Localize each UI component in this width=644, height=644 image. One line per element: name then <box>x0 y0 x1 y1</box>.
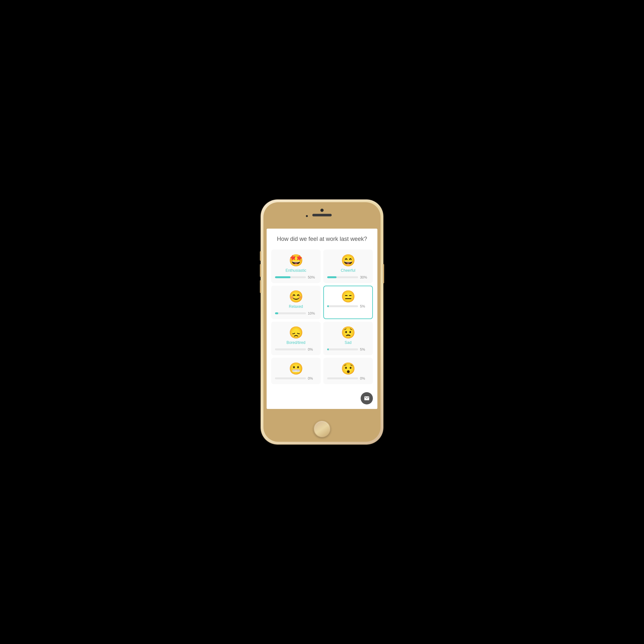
emotion-card-indifferent[interactable]: 😑5% <box>323 286 373 319</box>
volume-down-button <box>260 280 261 293</box>
emotion-card-enthusiastic[interactable]: 🤩Enthusiastic50% <box>271 250 321 283</box>
enthusiastic-progress-fill <box>275 276 290 278</box>
stressed-percent: 0% <box>308 376 317 380</box>
emotion-card-relaxed[interactable]: 😊Relaxed10% <box>271 286 321 319</box>
earpiece <box>312 214 332 216</box>
emotions-grid: 🤩Enthusiastic50%😄Cheerful30%😊Relaxed10%😑… <box>271 250 373 384</box>
bored-percent: 0% <box>308 347 317 351</box>
sad-label: Sad <box>345 340 351 345</box>
cheerful-progress-fill <box>327 276 336 278</box>
bored-progress-bg <box>275 348 306 350</box>
enthusiastic-progress-bg <box>275 276 306 278</box>
emotion-card-bored[interactable]: 😞Bored/tired0% <box>271 322 321 355</box>
indifferent-progress: 5% <box>327 304 369 308</box>
bored-emoji: 😞 <box>289 327 303 338</box>
stressed-emoji: 😬 <box>289 363 303 374</box>
home-button[interactable] <box>314 421 330 437</box>
cheerful-progress: 30% <box>327 275 369 279</box>
indifferent-emoji: 😑 <box>341 291 355 302</box>
front-camera <box>320 209 324 212</box>
cheerful-progress-bg <box>327 276 358 278</box>
message-fab[interactable] <box>361 392 373 404</box>
surprised-emoji: 😯 <box>341 363 355 374</box>
indifferent-percent: 5% <box>360 304 369 308</box>
phone-frame: How did we feel at work last week? 🤩Enth… <box>261 200 383 444</box>
screen-area: How did we feel at work last week? 🤩Enth… <box>267 229 377 409</box>
stressed-progress: 0% <box>275 376 317 380</box>
relaxed-percent: 10% <box>308 311 317 315</box>
sensor-dot <box>306 215 308 217</box>
surprised-progress: 0% <box>327 376 369 380</box>
sad-emoji: 😟 <box>341 327 355 338</box>
surprised-percent: 0% <box>360 376 369 380</box>
cheerful-emoji: 😄 <box>341 255 355 266</box>
cheerful-percent: 30% <box>360 275 369 279</box>
envelope-icon <box>364 395 370 401</box>
enthusiastic-label: Enthusiastic <box>286 268 307 273</box>
emotion-card-cheerful[interactable]: 😄Cheerful30% <box>323 250 373 283</box>
indifferent-progress-fill <box>327 305 329 307</box>
relaxed-progress-fill <box>275 312 278 314</box>
sad-progress-bg <box>327 348 358 350</box>
relaxed-emoji: 😊 <box>289 291 303 302</box>
relaxed-label: Relaxed <box>289 304 303 309</box>
enthusiastic-emoji: 🤩 <box>289 255 303 266</box>
emotion-card-sad[interactable]: 😟Sad5% <box>323 322 373 355</box>
mute-button <box>260 251 261 261</box>
stressed-progress-bg <box>275 377 306 379</box>
relaxed-progress: 10% <box>275 311 317 315</box>
power-button <box>383 264 384 283</box>
cheerful-label: Cheerful <box>341 268 355 273</box>
relaxed-progress-bg <box>275 312 306 314</box>
bored-label: Bored/tired <box>287 340 306 345</box>
volume-up-button <box>260 264 261 277</box>
sad-progress: 5% <box>327 347 369 351</box>
phone-mockup: How did we feel at work last week? 🤩Enth… <box>261 200 383 444</box>
screen-content: How did we feel at work last week? 🤩Enth… <box>267 229 377 409</box>
bored-progress: 0% <box>275 347 317 351</box>
enthusiastic-progress: 50% <box>275 275 317 279</box>
enthusiastic-percent: 50% <box>308 275 317 279</box>
surprised-progress-bg <box>327 377 358 379</box>
sad-percent: 5% <box>360 347 369 351</box>
emotion-card-surprised[interactable]: 😯0% <box>323 358 373 384</box>
emotion-card-stressed[interactable]: 😬0% <box>271 358 321 384</box>
sad-progress-fill <box>327 348 329 350</box>
indifferent-progress-bg <box>327 305 358 307</box>
question-title: How did we feel at work last week? <box>271 235 373 243</box>
